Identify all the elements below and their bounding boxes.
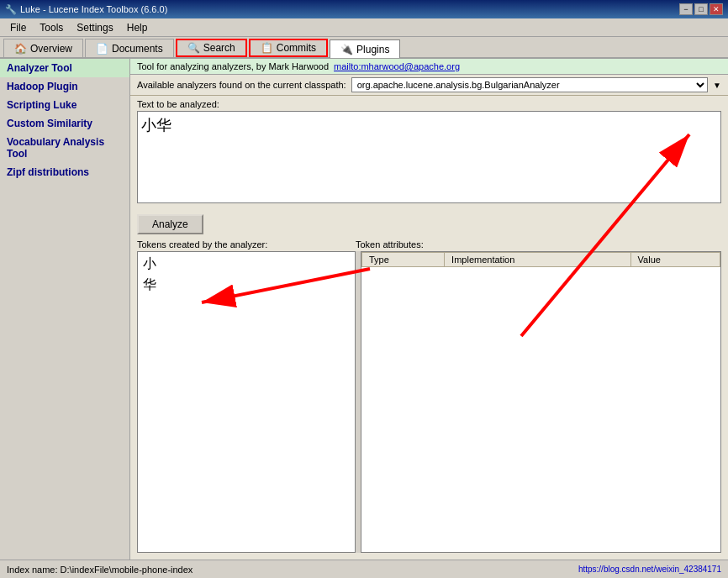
results-panels: 小 华 Type Implementation Value — [137, 251, 721, 553]
title-bar-controls: − □ ✕ — [679, 3, 723, 15]
tab-plugins[interactable]: 🔌 Plugins — [330, 39, 400, 58]
status-url: https://blog.csdn.net/weixin_42384171 — [578, 565, 721, 574]
info-bar: Tool for analyzing analyzers, by Mark Ha… — [130, 59, 728, 75]
index-label: Index name: — [7, 565, 58, 575]
tab-search-label: Search — [203, 42, 235, 54]
overview-icon: 🏠 — [14, 43, 27, 55]
classpath-label: Available analyzers found on the current… — [137, 80, 346, 90]
attributes-panel: Type Implementation Value — [361, 251, 721, 553]
tab-bar: 🏠 Overview 📄 Documents 🔍 Search 📋 Commit… — [0, 37, 728, 59]
status-url-text: https://blog.csdn.net/weixin_42384171 — [578, 565, 721, 574]
sidebar-item-vocabulary-analysis[interactable]: Vocabulary Analysis Tool — [0, 133, 129, 163]
col-type: Type — [362, 253, 445, 267]
tab-plugins-label: Plugins — [356, 44, 389, 55]
app-icon: 🔧 — [5, 4, 17, 15]
info-text: Tool for analyzing analyzers, by Mark Ha… — [137, 61, 329, 71]
tab-commits-label: Commits — [277, 42, 316, 54]
attributes-header: Token attributes: — [356, 239, 721, 250]
sidebar-item-custom-similarity[interactable]: Custom Similarity — [0, 114, 129, 133]
title-bar-left: 🔧 Luke - Lucene Index Toolbox (6.6.0) — [5, 4, 167, 15]
text-area-label: Text to be analyzed: — [137, 99, 721, 109]
analyze-button[interactable]: Analyze — [137, 214, 203, 234]
menu-tools[interactable]: Tools — [33, 20, 70, 35]
menu-file[interactable]: File — [3, 20, 33, 35]
minimize-button[interactable]: − — [679, 3, 693, 15]
token-item[interactable]: 小 — [140, 254, 353, 275]
content-area: Tool for analyzing analyzers, by Mark Ha… — [130, 59, 728, 560]
menu-help[interactable]: Help — [120, 20, 155, 35]
results-section: Tokens created by the analyzer: Token at… — [130, 239, 728, 560]
tab-overview[interactable]: 🏠 Overview — [3, 39, 83, 57]
maximize-button[interactable]: □ — [694, 3, 708, 15]
main-area: Analyzer Tool Hadoop Plugin Scripting Lu… — [0, 59, 728, 560]
commits-icon: 📋 — [261, 42, 273, 54]
index-info: Index name: D:\indexFile\mobile-phone-in… — [7, 565, 193, 575]
token-item[interactable]: 华 — [140, 275, 353, 296]
index-path: D:\indexFile\mobile-phone-index — [61, 565, 193, 575]
text-input[interactable] — [137, 111, 721, 203]
search-icon: 🔍 — [187, 42, 200, 54]
sidebar-item-scripting-luke[interactable]: Scripting Luke — [0, 96, 129, 114]
tab-search[interactable]: 🔍 Search — [176, 39, 247, 57]
tokens-header: Tokens created by the analyzer: — [137, 239, 356, 250]
title-bar: 🔧 Luke - Lucene Index Toolbox (6.6.0) − … — [0, 0, 728, 18]
col-value: Value — [630, 253, 720, 267]
sidebar: Analyzer Tool Hadoop Plugin Scripting Lu… — [0, 59, 130, 560]
attributes-table: Type Implementation Value — [361, 252, 720, 267]
documents-icon: 📄 — [96, 43, 108, 55]
plugins-icon: 🔌 — [340, 44, 353, 55]
tab-overview-label: Overview — [30, 43, 72, 55]
tab-documents-label: Documents — [112, 43, 163, 55]
tab-documents[interactable]: 📄 Documents — [85, 39, 174, 57]
status-bar: Index name: D:\indexFile\mobile-phone-in… — [0, 560, 728, 578]
analyzer-select[interactable]: org.apache.lucene.analysis.bg.BulgarianA… — [351, 77, 708, 92]
results-header: Tokens created by the analyzer: Token at… — [137, 239, 721, 250]
tab-commits[interactable]: 📋 Commits — [249, 39, 328, 57]
analyze-section: Analyze — [130, 209, 728, 239]
text-area-section: Text to be analyzed: — [130, 96, 728, 209]
info-link[interactable]: mailto:mharwood@apache.org — [334, 61, 460, 71]
window-title: Luke - Lucene Index Toolbox (6.6.0) — [20, 4, 167, 14]
sidebar-item-analyzer-tool[interactable]: Analyzer Tool — [0, 59, 129, 77]
dropdown-arrow-icon: ▼ — [713, 81, 721, 90]
analyzer-selector-row: Available analyzers found on the current… — [130, 75, 728, 96]
sidebar-item-hadoop-plugin[interactable]: Hadoop Plugin — [0, 77, 129, 96]
tokens-panel: 小 华 — [137, 251, 356, 553]
sidebar-item-zipf-distributions[interactable]: Zipf distributions — [0, 163, 129, 181]
menu-bar: File Tools Settings Help — [0, 18, 728, 37]
close-button[interactable]: ✕ — [710, 3, 723, 15]
menu-settings[interactable]: Settings — [70, 20, 119, 35]
col-implementation: Implementation — [445, 253, 630, 267]
